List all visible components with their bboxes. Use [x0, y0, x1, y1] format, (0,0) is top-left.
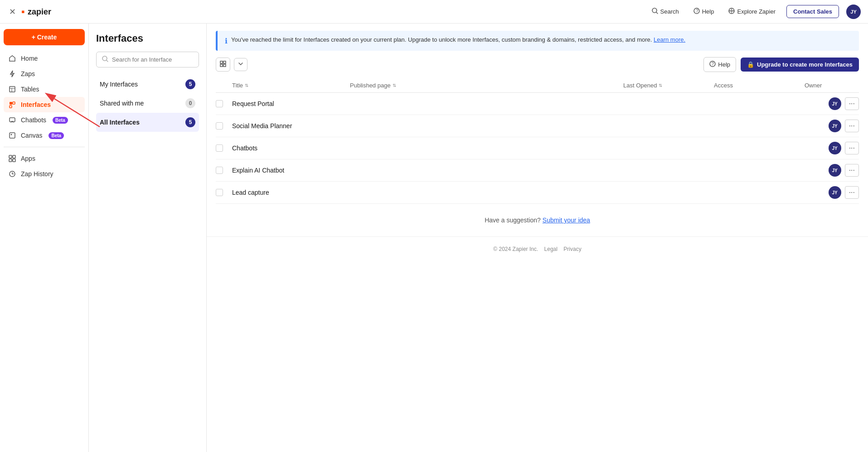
privacy-link[interactable]: Privacy — [563, 246, 581, 252]
sidebar-item-canvas[interactable]: Canvas Beta — [4, 128, 85, 143]
search-nav-label: Search — [660, 8, 679, 15]
svg-text:?: ? — [712, 62, 714, 67]
sort-icon: ⇅ — [393, 83, 396, 88]
row-title[interactable]: Social Media Planner — [232, 122, 350, 130]
filter-label: Shared with me — [100, 100, 144, 107]
row-checkbox-cell — [216, 122, 232, 130]
sidebar-item-label: Zaps — [21, 70, 35, 77]
table-row: Chatbots JY ··· — [216, 137, 859, 159]
topnav: ✕ ▪ zapier Search ? Help Explore Zapier — [0, 0, 868, 24]
sort-icon: ⇅ — [659, 83, 662, 88]
filter-panel: Interfaces My Interfaces 5 Shared with m… — [89, 24, 207, 452]
upgrade-button[interactable]: 🔒 Upgrade to create more Interfaces — [741, 58, 859, 72]
sidebar-item-home[interactable]: Home — [4, 51, 85, 66]
row-title[interactable]: Request Portal — [232, 100, 350, 107]
table-row: Lead capture JY ··· — [216, 182, 859, 204]
svg-text:zapier: zapier — [28, 7, 51, 16]
filter-shared-with-me[interactable]: Shared with me 0 — [96, 94, 199, 113]
help-button[interactable]: ? Help — [703, 57, 736, 72]
interface-search-box[interactable] — [96, 52, 199, 67]
close-button[interactable]: ✕ — [7, 5, 18, 19]
svg-rect-17 — [9, 155, 12, 158]
interfaces-table: Title ⇅ Published page ⇅ Last Opened ⇅ A… — [207, 78, 868, 204]
filter-my-interfaces[interactable]: My Interfaces 5 — [96, 75, 199, 94]
help-button-label: Help — [718, 61, 730, 68]
svg-rect-18 — [13, 155, 15, 158]
svg-rect-26 — [220, 64, 223, 67]
upgrade-banner: ℹ You've reached the limit for Interface… — [216, 31, 859, 51]
filter-label: My Interfaces — [100, 81, 138, 88]
col-published-header[interactable]: Published page ⇅ — [350, 82, 623, 89]
avatar[interactable]: JY — [846, 5, 861, 19]
row-actions: JY ··· — [805, 164, 859, 177]
legal-link[interactable]: Legal — [544, 246, 558, 252]
main-container: + Create Home Zaps Tables Interfaces — [0, 24, 868, 452]
logo-mark: ▪ — [21, 6, 25, 18]
filter-count: 5 — [185, 117, 195, 127]
filter-count: 0 — [185, 98, 195, 108]
more-options-button[interactable]: ··· — [845, 120, 859, 132]
explore-nav-button[interactable]: Explore Zapier — [725, 6, 779, 17]
row-title[interactable]: Explain AI Chatbot — [232, 167, 350, 174]
topnav-right: Search ? Help Explore Zapier Contact Sal… — [648, 5, 861, 19]
row-title[interactable]: Lead capture — [232, 189, 350, 196]
interfaces-icon — [8, 101, 16, 109]
more-options-button[interactable]: ··· — [845, 164, 859, 177]
svg-rect-24 — [220, 61, 223, 63]
svg-text:?: ? — [696, 9, 698, 14]
banner-text: You've reached the limit for Interfaces … — [231, 36, 685, 43]
globe-icon — [728, 8, 735, 15]
sidebar-item-interfaces[interactable]: Interfaces — [4, 97, 85, 112]
toolbar: ? Help 🔒 Upgrade to create more Interfac… — [207, 51, 868, 78]
row-title[interactable]: Chatbots — [232, 144, 350, 152]
logo[interactable]: ▪ zapier — [21, 6, 59, 18]
row-checkbox[interactable] — [216, 122, 223, 130]
home-icon — [8, 54, 16, 63]
svg-marker-7 — [10, 71, 14, 77]
lock-icon: 🔒 — [747, 61, 754, 68]
help-nav-button[interactable]: ? Help — [690, 6, 718, 17]
owner-avatar: JY — [829, 97, 841, 110]
create-button[interactable]: + Create — [4, 29, 85, 45]
more-options-button[interactable]: ··· — [845, 97, 859, 110]
topnav-left: ✕ ▪ zapier — [7, 5, 59, 19]
row-actions: JY ··· — [805, 97, 859, 110]
grid-view-button[interactable] — [216, 58, 230, 72]
sidebar-item-label: Chatbots — [21, 116, 46, 124]
upgrade-button-label: Upgrade to create more Interfaces — [757, 61, 853, 68]
row-checkbox-cell — [216, 189, 232, 196]
more-options-button[interactable]: ··· — [845, 186, 859, 199]
svg-rect-25 — [223, 61, 226, 63]
banner-learn-more-link[interactable]: Learn more. — [654, 36, 685, 43]
logo-wordmark: zapier — [28, 7, 59, 17]
table-row: Request Portal JY ··· — [216, 93, 859, 115]
col-last-opened-header[interactable]: Last Opened ⇅ — [623, 82, 714, 89]
contact-sales-button[interactable]: Contact Sales — [786, 5, 839, 18]
owner-avatar: JY — [829, 142, 841, 154]
sidebar-item-tables[interactable]: Tables — [4, 82, 85, 97]
row-checkbox[interactable] — [216, 144, 223, 152]
filter-all-interfaces[interactable]: All Interfaces 5 — [96, 113, 199, 132]
sidebar-item-zaps[interactable]: Zaps — [4, 66, 85, 82]
owner-avatar: JY — [829, 164, 841, 177]
main-content: ℹ You've reached the limit for Interface… — [207, 24, 868, 452]
row-checkbox[interactable] — [216, 167, 223, 174]
sort-dropdown-button[interactable] — [234, 58, 247, 71]
row-checkbox[interactable] — [216, 100, 223, 107]
owner-avatar: JY — [829, 186, 841, 199]
col-title-header[interactable]: Title ⇅ — [232, 82, 350, 89]
sidebar-item-zap-history[interactable]: Zap History — [4, 166, 85, 182]
row-checkbox[interactable] — [216, 189, 223, 196]
search-nav-button[interactable]: Search — [648, 6, 683, 17]
table-row: Social Media Planner JY ··· — [216, 115, 859, 137]
search-input[interactable] — [112, 56, 193, 63]
grid-icon — [220, 61, 226, 68]
row-checkbox-cell — [216, 144, 232, 152]
sidebar-item-apps[interactable]: Apps — [4, 151, 85, 166]
canvas-icon — [8, 131, 16, 139]
zap-history-icon — [8, 170, 16, 178]
sidebar-item-chatbots[interactable]: Chatbots Beta — [4, 112, 85, 128]
submit-idea-link[interactable]: Submit your idea — [543, 216, 590, 224]
filter-panel-title: Interfaces — [96, 33, 199, 44]
more-options-button[interactable]: ··· — [845, 142, 859, 154]
